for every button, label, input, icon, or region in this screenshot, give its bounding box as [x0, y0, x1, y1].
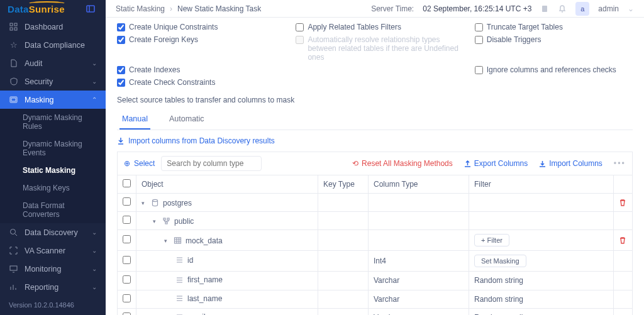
hint-text: Select source tables to transfer and col…	[117, 96, 633, 104]
avatar[interactable]: a	[575, 2, 589, 16]
caret-icon[interactable]: ▾	[164, 238, 170, 244]
sidebar-item-masking[interactable]: Masking⌃	[0, 91, 106, 109]
svg-rect-4	[14, 28, 17, 30]
chk-label: Truncate Target Tables	[487, 23, 563, 31]
grid-header-row: Object Key Type Column Type Filter	[118, 175, 633, 194]
chevron-down-icon: ⌄	[92, 78, 97, 85]
row-checkbox[interactable]	[123, 275, 131, 284]
filter-button[interactable]: Set Masking	[474, 255, 526, 267]
chk-label: Create Check Constraints	[129, 78, 215, 87]
table-row: ▾postgres	[118, 194, 633, 212]
sidebar-sub-dynamic-rules[interactable]: Dynamic Masking Rules	[0, 109, 106, 135]
filter-button[interactable]: + Filter	[474, 234, 509, 246]
select-button[interactable]: ⊕Select	[124, 159, 155, 168]
sidebar-item-dashboard[interactable]: Dashboard	[0, 18, 106, 36]
logo: DataSunrise	[8, 4, 65, 14]
column-type: Varchar	[369, 272, 469, 290]
object-name: mock_data	[186, 236, 223, 245]
chk-disable-triggers[interactable]: Disable Triggers	[475, 35, 633, 62]
sidebar-item-label: Dashboard	[25, 23, 63, 31]
trash-icon[interactable]	[619, 199, 627, 206]
col-filter[interactable]: Filter	[469, 175, 614, 194]
sidebar-sub-keys[interactable]: Masking Keys	[0, 179, 106, 197]
key-type	[318, 309, 369, 316]
table-icon	[174, 236, 182, 245]
sidebar-sub-static[interactable]: Static Masking	[0, 162, 106, 179]
object-name: email	[187, 312, 206, 315]
table-row: ▾public	[118, 212, 633, 230]
row-checkbox[interactable]	[123, 197, 131, 206]
clipboard-icon[interactable]	[540, 4, 549, 13]
import-columns-link[interactable]: Import Columns	[539, 159, 602, 168]
trash-icon[interactable]	[619, 236, 627, 244]
col-coltype[interactable]: Column Type	[369, 175, 469, 194]
search-icon	[9, 228, 18, 237]
chk-ignore-refs[interactable]: Ignore columns and references checks	[475, 65, 633, 74]
export-columns-link[interactable]: Export Columns	[464, 159, 528, 168]
sidebar-item-label: Audit	[25, 59, 43, 68]
topbar: Static Masking › New Static Masking Task…	[106, 0, 644, 18]
select-all-checkbox[interactable]	[123, 179, 131, 187]
user-name[interactable]: admin	[598, 4, 619, 13]
row-checkbox[interactable]	[123, 235, 131, 243]
sidebar-sub-converters[interactable]: Data Format Converters	[0, 197, 106, 223]
filter-value: Random string	[474, 295, 523, 304]
nav: Dashboard ☆Data Compliance Audit⌄ Securi…	[0, 18, 106, 295]
chk-indexes[interactable]: Create Indexes	[117, 65, 291, 74]
sidebar-sub-dynamic-events[interactable]: Dynamic Masking Events	[0, 135, 106, 162]
caret-icon[interactable]: ▾	[153, 218, 158, 224]
chk-unique[interactable]: Create Unique Constraints	[117, 23, 291, 31]
chevron-down-icon: ⌄	[92, 229, 97, 236]
row-checkbox[interactable]	[123, 256, 131, 264]
link-label: Export Columns	[474, 159, 528, 168]
sidebar-item-monitoring[interactable]: Monitoring⌄	[0, 260, 106, 278]
logo-row: DataSunrise	[0, 0, 106, 18]
chk-foreign[interactable]: Create Foreign Keys	[117, 35, 291, 62]
object-name: last_name	[187, 294, 222, 303]
caret-icon[interactable]: ▾	[142, 200, 147, 206]
chk-related-filters[interactable]: Apply Related Tables Filters	[296, 23, 469, 31]
table-row: emailVarcharRandom email	[118, 309, 633, 316]
more-icon[interactable]: •••	[614, 159, 626, 168]
link-label: Import Columns	[549, 159, 602, 168]
col-icon	[175, 276, 184, 284]
breadcrumb-parent[interactable]: Static Masking	[116, 4, 165, 13]
tab-automatic[interactable]: Automatic	[167, 109, 207, 130]
col-keytype[interactable]: Key Type	[318, 175, 369, 194]
column-search-input[interactable]	[161, 156, 262, 171]
tabs: Manual Automatic	[117, 109, 633, 130]
column-type: Varchar	[369, 290, 469, 309]
sidebar-item-compliance[interactable]: ☆Data Compliance	[0, 36, 106, 54]
sidebar-item-label: Dynamic Masking Rules	[23, 113, 97, 131]
chevron-right-icon: ›	[170, 4, 172, 13]
sidebar-item-security[interactable]: Security⌄	[0, 72, 106, 91]
sidebar-item-discovery[interactable]: Data Discovery⌄	[0, 223, 106, 241]
col-object[interactable]: Object	[136, 175, 318, 194]
reset-methods-link[interactable]: ⟲Reset All Masking Methods	[352, 159, 453, 168]
chevron-up-icon: ⌃	[92, 96, 97, 103]
chk-truncate[interactable]: Truncate Target Tables	[475, 23, 633, 31]
row-checkbox[interactable]	[123, 312, 131, 315]
col-icon	[175, 313, 184, 316]
bell-icon[interactable]	[558, 4, 567, 13]
db-icon	[151, 199, 159, 207]
key-type	[318, 290, 369, 309]
chk-label: Create Foreign Keys	[129, 35, 198, 44]
row-checkbox[interactable]	[123, 216, 131, 224]
chk-label: Disable Triggers	[487, 35, 541, 44]
import-discovery-link[interactable]: Import columns from Data Discovery resul…	[117, 136, 633, 145]
chevron-down-icon: ⌄	[92, 284, 97, 290]
chk-check-constraints[interactable]: Create Check Constraints	[117, 78, 291, 87]
row-checkbox[interactable]	[123, 294, 131, 302]
tab-manual[interactable]: Manual	[119, 109, 150, 130]
sidebar-item-audit[interactable]: Audit⌄	[0, 54, 106, 72]
chk-label: Create Unique Constraints	[129, 23, 218, 31]
svg-rect-17	[167, 218, 169, 220]
sidebar-item-reporting[interactable]: Reporting⌄	[0, 278, 106, 295]
svg-rect-16	[164, 218, 165, 220]
sidebar-item-vascanner[interactable]: VA Scanner⌄	[0, 241, 106, 260]
grid-toolbar: ⊕Select ⟲Reset All Masking Methods Expor…	[117, 152, 633, 175]
sidebar-item-label: Reporting	[25, 283, 58, 292]
chevron-down-icon[interactable]: ⌄	[628, 4, 634, 13]
collapse-sidebar-icon[interactable]	[83, 1, 98, 16]
